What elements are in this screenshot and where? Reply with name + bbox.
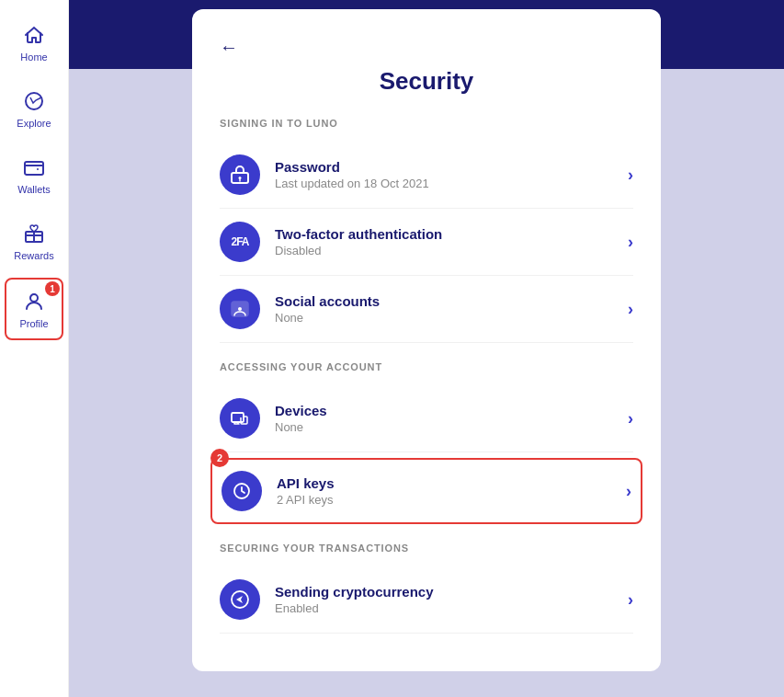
2fa-subtitle: Disabled [275,244,628,257]
rewards-icon [21,221,47,246]
sending-arrow: › [628,590,633,610]
sidebar-item-profile-label: Profile [19,318,48,329]
devices-icon-wrap [220,398,260,439]
password-icon-wrap [220,154,260,195]
sidebar: Home Explore Wallets [0,0,69,697]
2fa-icon-wrap: 2FA [220,222,260,262]
security-card: ← Security SIGNING IN TO LUNO Password L… [192,9,661,671]
2fa-item[interactable]: 2FA Two-factor authentication Disabled › [220,209,633,276]
social-title: Social accounts [275,293,628,309]
devices-title: Devices [275,403,628,418]
apikeys-text: API keys 2 API keys [277,475,626,507]
sidebar-item-wallets-label: Wallets [17,184,51,195]
social-item[interactable]: Social accounts None › [220,276,633,343]
password-item[interactable]: Password Last updated on 18 Oct 2021 › [220,142,633,209]
page-title: Security [220,67,633,96]
home-icon [21,22,47,48]
sidebar-item-home-label: Home [20,51,47,63]
section-signing-in: SIGNING IN TO LUNO Password Last updated… [220,118,633,343]
section-accessing-header: ACCESSING YOUR ACCOUNT [220,361,633,372]
devices-subtitle: None [275,420,628,434]
section-accessing: ACCESSING YOUR ACCOUNT Devices None › [220,361,633,524]
2fa-icon-label: 2FA [231,235,248,248]
sidebar-item-explore[interactable]: Explore [5,79,63,138]
apikeys-arrow: › [626,482,631,501]
password-arrow: › [628,166,633,185]
sidebar-item-wallets[interactable]: Wallets [5,145,63,204]
social-subtitle: None [275,311,628,325]
sidebar-item-rewards-label: Rewards [14,250,53,261]
social-text: Social accounts None [275,293,628,325]
social-icon-wrap [220,289,260,329]
section-signing-in-header: SIGNING IN TO LUNO [220,118,633,129]
sidebar-item-explore-label: Explore [17,118,51,129]
apikeys-badge: 2 [210,449,229,467]
explore-icon [21,88,47,114]
back-button[interactable]: ← [220,37,238,58]
sending-title: Sending cryptocurrency [275,584,628,600]
sending-item[interactable]: Sending cryptocurrency Enabled › [220,566,633,634]
profile-badge: 1 [45,281,60,296]
2fa-title: Two-factor authentication [275,226,628,242]
devices-arrow: › [628,409,633,428]
password-subtitle: Last updated on 18 Oct 2021 [275,177,628,190]
sending-icon-wrap [220,579,260,620]
apikeys-subtitle: 2 API keys [277,493,626,507]
section-securing: SECURING YOUR TRANSACTIONS Sending crypt… [220,543,633,634]
svg-point-3 [30,294,38,302]
devices-item[interactable]: Devices None › [220,385,633,452]
sidebar-item-profile[interactable]: 1 Profile [5,278,63,340]
sending-text: Sending cryptocurrency Enabled [275,584,628,615]
2fa-text: Two-factor authentication Disabled [275,226,628,257]
sidebar-item-rewards[interactable]: Rewards [5,211,63,270]
wallets-icon [21,154,47,180]
apikeys-title: API keys [277,475,626,491]
svg-rect-1 [25,162,43,175]
sidebar-item-home[interactable]: Home [5,13,63,72]
apikeys-icon-wrap [222,471,262,511]
devices-text: Devices None [275,403,628,434]
main-area: ← Security SIGNING IN TO LUNO Password L… [69,0,784,697]
section-securing-header: SECURING YOUR TRANSACTIONS [220,543,633,554]
svg-rect-7 [232,413,244,422]
social-arrow: › [628,300,633,319]
password-title: Password [275,159,628,175]
profile-icon [21,289,47,314]
password-text: Password Last updated on 18 Oct 2021 [275,159,628,190]
2fa-arrow: › [628,233,633,252]
sending-subtitle: Enabled [275,601,628,615]
apikeys-item[interactable]: API keys 2 API keys › [210,458,642,524]
